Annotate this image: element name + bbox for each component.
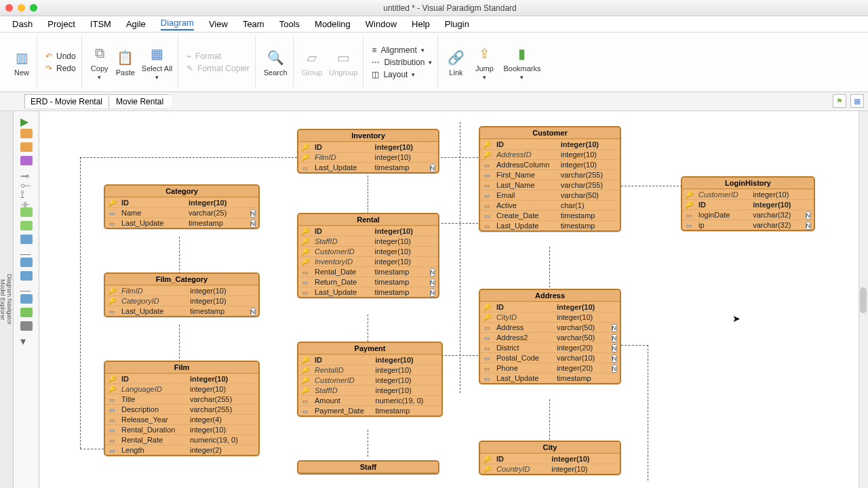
column-row[interactable]: 🔑CategoryIDinteger(10) <box>105 296 258 306</box>
column-row[interactable]: ▭Last_UpdatetimestampN <box>298 287 438 298</box>
vertical-scrollbar[interactable] <box>859 111 868 488</box>
tool-palette[interactable]: ▶ ⊸ ⟜ ⟟ ⟛ — — ▾ <box>14 111 39 488</box>
palette-view-icon[interactable] <box>20 156 33 165</box>
entity-payment[interactable]: Payment🔑IDinteger(10)🔑RentalIDinteger(10… <box>297 342 443 417</box>
menu-itsm[interactable]: ITSM <box>90 19 111 29</box>
crumb-current[interactable]: Movie Rental <box>108 94 174 109</box>
column-row[interactable]: 🔑StaffIDinteger(10) <box>298 386 441 396</box>
column-row[interactable]: 🔑IDinteger(10) <box>105 198 258 208</box>
column-row[interactable]: 🔑IDinteger(10) <box>105 374 258 384</box>
column-row[interactable]: 🔑InventoryIDinteger(10) <box>298 257 438 267</box>
undo-button[interactable]: ↶Undo <box>45 52 76 61</box>
palette-entity2-icon[interactable] <box>20 142 33 152</box>
jump-button[interactable]: ⇪Jump▾ <box>475 44 494 81</box>
column-row[interactable]: ▭Last_Namevarchar(255) <box>480 180 620 190</box>
scroll-thumb[interactable] <box>860 287 867 313</box>
column-row[interactable]: 🔑IDinteger(10) <box>480 454 620 464</box>
rail-diagram-navigator[interactable]: Diagram Navigator <box>6 115 13 484</box>
column-row[interactable]: 🔑RentalIDinteger(10) <box>298 365 441 375</box>
menu-window[interactable]: Window <box>366 19 397 29</box>
entity-film-category[interactable]: Film_Category🔑FilmIDinteger(10)🔑Category… <box>104 272 260 317</box>
window-controls[interactable] <box>5 4 37 12</box>
column-row[interactable]: ▭Namevarchar(25)N <box>105 208 258 218</box>
palette-image-icon[interactable] <box>20 308 33 317</box>
zoom-icon[interactable] <box>30 4 37 12</box>
menu-view[interactable]: View <box>209 19 228 29</box>
column-row[interactable]: ▭Lengthinteger(2) <box>105 445 258 455</box>
column-row[interactable]: ▭Rental_DatetimestampN <box>298 267 438 277</box>
entity-inventory[interactable]: Inventory🔑IDinteger(10)🔑FilmIDinteger(10… <box>297 129 439 174</box>
entity-rental[interactable]: Rental🔑IDinteger(10)🔑StaffIDinteger(10)🔑… <box>297 213 439 298</box>
column-row[interactable]: ▭Release_Yearinteger(4) <box>105 415 258 425</box>
column-row[interactable]: ▭Rental_Durationinteger(10) <box>105 425 258 435</box>
column-row[interactable]: ▭Titlevarchar(255) <box>105 394 258 405</box>
left-rail[interactable]: Diagram NavigatorModel ExplorerPropertyD… <box>0 111 14 488</box>
select-all-button[interactable]: ▦Select All▾ <box>142 44 172 81</box>
palette-rel1-icon[interactable]: ⊸ <box>20 169 33 175</box>
entity-city[interactable]: City🔑IDinteger(10)🔑CountryIDinteger(10) <box>479 441 621 475</box>
palette-blue-icon[interactable] <box>20 235 33 244</box>
palette-folder3-icon[interactable] <box>20 294 33 304</box>
column-row[interactable]: 🔑IDinteger(10) <box>298 355 441 365</box>
column-row[interactable]: ▭ipvarchar(32)N <box>682 220 814 230</box>
column-row[interactable]: 🔑AddressIDinteger(10) <box>480 150 620 160</box>
column-row[interactable]: ▭Activechar(1) <box>480 201 620 211</box>
copy-button[interactable]: ⧉Copy▾ <box>90 44 109 81</box>
column-row[interactable]: 🔑StaffIDinteger(10) <box>298 237 438 247</box>
column-row[interactable]: 🔑FilmIDinteger(10) <box>298 152 438 163</box>
column-row[interactable]: ▭Last_UpdatetimestampN <box>105 306 258 317</box>
column-row[interactable]: ▭Amountnumeric(19, 0) <box>298 396 441 406</box>
column-row[interactable]: ▭Emailvarchar(50) <box>480 190 620 201</box>
menu-project[interactable]: Project <box>47 19 75 29</box>
column-row[interactable]: ▭First_Namevarchar(255) <box>480 170 620 180</box>
alignment-button[interactable]: ≡Alignment▾ <box>372 45 432 55</box>
column-row[interactable]: 🔑FilmIDinteger(10) <box>105 286 258 296</box>
entity-staff[interactable]: Staff <box>297 460 439 474</box>
palette-line-icon[interactable]: — <box>20 248 33 253</box>
column-row[interactable]: 🔑IDinteger(10) <box>480 302 620 312</box>
column-row[interactable]: 🔑IDinteger(10) <box>480 140 620 150</box>
layout-button[interactable]: ◫Layout▾ <box>372 70 432 79</box>
column-row[interactable]: ▭Payment_Datetimestamp <box>298 406 441 416</box>
palette-more-icon[interactable]: ▾ <box>20 335 33 344</box>
palette-rel4-icon[interactable]: ⟛ <box>20 198 33 203</box>
menu-modeling[interactable]: Modeling <box>315 19 351 29</box>
entity-address[interactable]: Address🔑IDinteger(10)🔑CityIDinteger(10)▭… <box>479 289 621 384</box>
column-row[interactable]: ▭Last_Updatetimestamp <box>480 221 620 231</box>
palette-green2-icon[interactable] <box>20 221 33 230</box>
column-row[interactable]: 🔑IDinteger(10) <box>298 142 438 152</box>
minimize-icon[interactable] <box>18 4 25 12</box>
column-row[interactable]: 🔑CustomerIDinteger(10) <box>298 375 441 386</box>
column-row[interactable]: ▭Last_UpdatetimestampN <box>105 218 258 228</box>
grid-view-icon[interactable]: ▦ <box>850 94 864 108</box>
column-row[interactable]: ▭Rental_Ratenumeric(19, 0) <box>105 435 258 445</box>
column-row[interactable]: 🔑CityIDinteger(10) <box>480 312 620 323</box>
menu-dash[interactable]: Dash <box>12 19 33 29</box>
column-row[interactable]: ▭Descriptionvarchar(255) <box>105 405 258 415</box>
tag-view-icon[interactable]: ⚑ <box>833 94 846 108</box>
entity-customer[interactable]: Customer🔑IDinteger(10)🔑AddressIDinteger(… <box>479 126 621 232</box>
palette-rel2-icon[interactable]: ⟜ <box>20 179 33 184</box>
column-row[interactable]: 🔑LanguageIDinteger(10) <box>105 384 258 394</box>
menu-diagram[interactable]: Diagram <box>161 18 194 30</box>
crumb-root[interactable]: ERD - Movie Rental <box>24 94 113 109</box>
entity-film[interactable]: Film🔑IDinteger(10)🔑LanguageIDinteger(10)… <box>104 361 260 456</box>
column-row[interactable]: ▭Addressvarchar(50)N <box>480 323 620 333</box>
erd-canvas[interactable]: Category🔑IDinteger(10)▭Namevarchar(25)N▭… <box>39 111 868 488</box>
menu-help[interactable]: Help <box>412 19 430 29</box>
distribution-button[interactable]: ⋯Distribution▾ <box>372 58 432 67</box>
column-row[interactable]: 🔑CustomerIDinteger(10) <box>298 247 438 257</box>
entity-login-history[interactable]: LoginHistory🔑CustomerIDinteger(10)🔑IDint… <box>681 176 815 231</box>
entity-category[interactable]: Category🔑IDinteger(10)▭Namevarchar(25)N▭… <box>104 184 260 229</box>
column-row[interactable]: ▭Districtinteger(20)N <box>480 343 620 353</box>
paste-button[interactable]: 📋Paste <box>116 48 135 77</box>
menu-tools[interactable]: Tools <box>279 19 300 29</box>
rail-model-explorer[interactable]: Model Explorer <box>0 115 6 484</box>
close-icon[interactable] <box>5 4 13 12</box>
column-row[interactable]: ▭Postal_Codevarchar(10)N <box>480 353 620 363</box>
column-row[interactable]: ▭loginDatevarchar(32)N <box>682 210 814 220</box>
column-row[interactable]: 🔑CountryIDinteger(10) <box>480 464 620 474</box>
menu-team[interactable]: Team <box>243 19 264 29</box>
column-row[interactable]: ▭Last_UpdatetimestampN <box>298 163 438 173</box>
column-row[interactable]: 🔑IDinteger(10) <box>682 200 814 210</box>
